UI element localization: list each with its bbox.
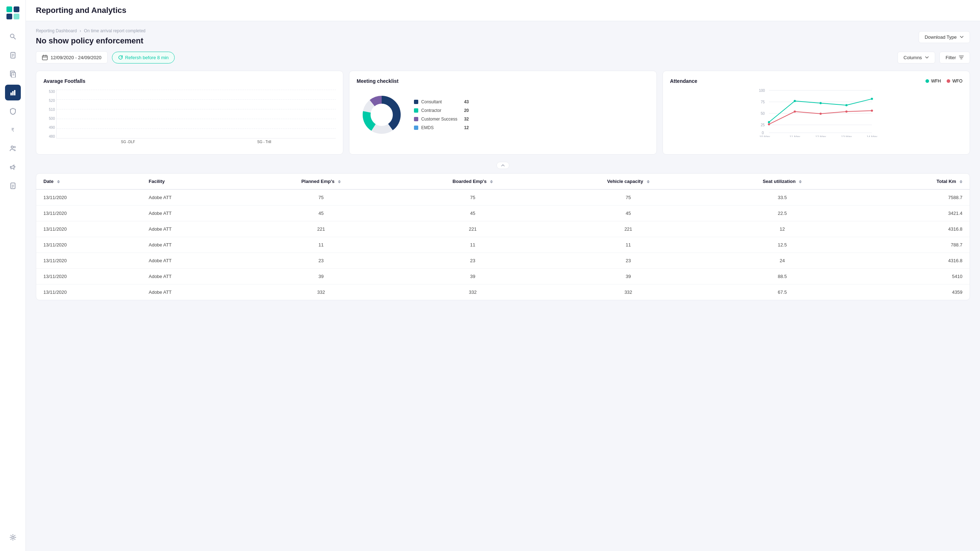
report-icon[interactable]	[5, 178, 21, 194]
legend-label-customersuccess: Customer Success	[421, 116, 457, 122]
attendance-header: Attendance WFH WFO	[670, 78, 963, 84]
cell-seat: 24	[707, 253, 857, 269]
svg-rect-2	[6, 14, 12, 19]
collapse-button[interactable]	[496, 162, 509, 169]
svg-text:12 May: 12 May	[815, 135, 826, 137]
cell-vehicle: 23	[549, 253, 708, 269]
controls-left: 12/09/2020 - 24/09/2020 Refersh before 8…	[36, 51, 175, 64]
cell-km: 4316.8	[857, 253, 970, 269]
search-icon[interactable]	[5, 29, 21, 45]
cell-facility: Adobe ATT	[142, 205, 246, 221]
cell-date: 13/11/2020	[36, 221, 142, 237]
page-body: Reporting Dashboard › On time arrival re…	[26, 21, 980, 551]
y-label-530: 530	[43, 90, 56, 94]
document2-icon[interactable]	[5, 66, 21, 82]
cell-planned: 221	[246, 221, 396, 237]
cell-facility: Adobe ATT	[142, 221, 246, 237]
col-planned[interactable]: Planned Emp's	[246, 174, 396, 190]
analytics-icon[interactable]	[5, 84, 21, 100]
app-logo[interactable]	[6, 6, 20, 20]
columns-label: Columns	[904, 55, 922, 60]
col-seat[interactable]: Seat utilization	[707, 174, 857, 190]
donut-svg	[356, 90, 407, 140]
settings-icon[interactable]	[5, 529, 21, 545]
app-title: Reporting and Analytics	[36, 6, 970, 15]
breadcrumb-separator: ›	[80, 28, 81, 33]
svg-rect-1	[14, 6, 19, 12]
cell-facility: Adobe ATT	[142, 269, 246, 285]
cell-km: 788.7	[857, 237, 970, 253]
report-table: Date Facility Planned Emp's	[36, 174, 970, 300]
rupee-icon[interactable]: ₹	[5, 122, 21, 138]
cell-vehicle: 221	[549, 221, 708, 237]
legend-item-emds: EMDS 12	[414, 125, 469, 130]
legend-item-customersuccess: Customer Success 32	[414, 116, 469, 122]
cell-seat: 88.5	[707, 269, 857, 285]
charts-row: Avarage Footfalls 530 520 510 500 490 48…	[36, 71, 970, 154]
svg-rect-16	[14, 90, 16, 96]
svg-point-19	[14, 147, 16, 148]
col-boarded[interactable]: Boarded Emp's	[396, 174, 549, 190]
date-range-value: 12/09/2020 - 24/09/2020	[51, 55, 102, 60]
table-row: 13/11/2020 Adobe ATT 75 75 75 33.5 7588.…	[36, 190, 970, 205]
legend-label-consultant: Consultant	[421, 99, 442, 104]
col-facility[interactable]: Facility	[142, 174, 246, 190]
cell-boarded: 11	[396, 237, 549, 253]
bar-xlabel-sgtrill: SG - Trill	[204, 140, 325, 147]
cell-seat: 12.5	[707, 237, 857, 253]
megaphone-icon[interactable]	[5, 159, 21, 175]
document-icon[interactable]	[5, 47, 21, 63]
cell-date: 13/11/2020	[36, 285, 142, 300]
svg-point-18	[11, 146, 13, 148]
date-range-button[interactable]: 12/09/2020 - 24/09/2020	[36, 51, 108, 64]
svg-point-25	[12, 536, 14, 538]
controls-right: Columns Filter	[897, 52, 970, 64]
sort-icon-vehicle	[647, 180, 650, 183]
legend-dot-emds	[414, 126, 418, 130]
page-title: No show policy enforcement	[36, 36, 145, 46]
shield-icon[interactable]	[5, 104, 21, 119]
legend-count-emds: 12	[460, 125, 469, 130]
footfalls-chart-title: Avarage Footfalls	[43, 78, 336, 84]
table-header-row: Date Facility Planned Emp's	[36, 174, 970, 190]
cell-planned: 11	[246, 237, 396, 253]
wfo-dot-5	[870, 110, 873, 112]
cell-boarded: 332	[396, 285, 549, 300]
wfh-dot-2	[794, 100, 795, 102]
cell-planned: 45	[246, 205, 396, 221]
cell-km: 7588.7	[857, 190, 970, 205]
download-type-button[interactable]: Download Type	[919, 31, 970, 43]
wfh-dot-5	[870, 98, 873, 100]
controls-row: 12/09/2020 - 24/09/2020 Refersh before 8…	[36, 51, 970, 64]
wfo-dot-1	[768, 123, 770, 125]
cell-planned: 23	[246, 253, 396, 269]
sort-icon-km	[959, 180, 963, 183]
cell-vehicle: 332	[549, 285, 708, 300]
wfo-dot-2	[794, 110, 795, 113]
people-icon[interactable]	[5, 141, 21, 156]
svg-rect-14	[10, 92, 12, 96]
breadcrumb-area: Reporting Dashboard › On time arrival re…	[36, 28, 145, 46]
cell-date: 13/11/2020	[36, 269, 142, 285]
legend-item-contractor: Contractor 20	[414, 108, 469, 113]
cell-vehicle: 39	[549, 269, 708, 285]
y-label-490: 490	[43, 126, 56, 129]
col-vehicle[interactable]: Vehicle capacity	[549, 174, 708, 190]
col-date[interactable]: Date	[36, 174, 142, 190]
breadcrumb-parent[interactable]: Reporting Dashboard	[36, 28, 77, 33]
wfo-dot-3	[819, 113, 821, 115]
cell-date: 13/11/2020	[36, 237, 142, 253]
filter-button[interactable]: Filter	[939, 52, 970, 64]
breadcrumb: Reporting Dashboard › On time arrival re…	[36, 28, 145, 33]
cell-facility: Adobe ATT	[142, 285, 246, 300]
wfh-legend: WFH	[926, 78, 941, 84]
legend-count-customersuccess: 32	[460, 116, 469, 122]
columns-button[interactable]: Columns	[897, 52, 935, 64]
wfh-dot-4	[845, 104, 847, 106]
cell-vehicle: 45	[549, 205, 708, 221]
cell-planned: 332	[246, 285, 396, 300]
col-km[interactable]: Total Km	[857, 174, 970, 190]
cell-seat: 33.5	[707, 190, 857, 205]
svg-text:100: 100	[759, 89, 765, 92]
refresh-button[interactable]: Refersh before 8 min	[112, 52, 175, 64]
